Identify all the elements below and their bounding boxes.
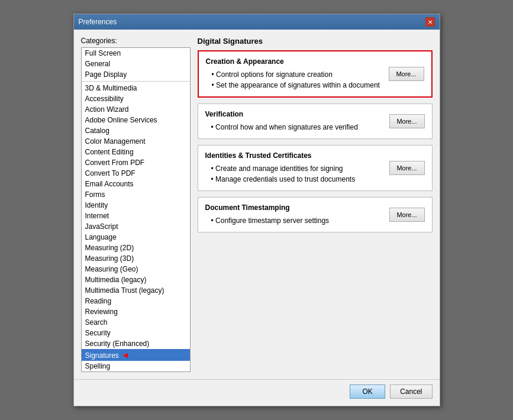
- close-button[interactable]: ✕: [425, 17, 435, 27]
- sidebar-item-page-display[interactable]: Page Display: [82, 69, 190, 80]
- more-button-verification[interactable]: More...: [389, 114, 425, 128]
- sidebar-item-3d-multimedia[interactable]: 3D & Multimedia: [82, 83, 190, 93]
- sidebar-item-security-enhanced[interactable]: Security (Enhanced): [82, 338, 190, 349]
- dialog-title: Preferences: [79, 18, 117, 26]
- sidebar-item-multimedia-legacy[interactable]: Multimedia (legacy): [82, 274, 190, 285]
- sidebar-item-measuring-2d[interactable]: Measuring (2D): [82, 243, 190, 253]
- section-document-timestamping: Document TimestampingConfigure timestamp…: [198, 197, 433, 232]
- section-item: Control how and when signatures are veri…: [211, 122, 382, 133]
- section-item: Create and manage identities for signing: [211, 163, 382, 174]
- section-item: Control options for signature creation: [212, 69, 382, 80]
- title-bar: Preferences ✕: [74, 14, 440, 30]
- section-header-identities-trusted-certs: Identities & Trusted Certificates: [205, 151, 382, 160]
- more-button-identities-trusted-certs[interactable]: More...: [389, 161, 425, 175]
- sidebar-item-javascript[interactable]: JavaScript: [82, 221, 190, 232]
- section-content-creation-appearance: Creation & AppearanceControl options for…: [206, 57, 382, 91]
- sections-container: Creation & AppearanceControl options for…: [198, 50, 433, 238]
- sidebar-item-measuring-geo[interactable]: Measuring (Geo): [82, 264, 190, 274]
- section-verification: VerificationControl how and when signatu…: [198, 104, 433, 139]
- more-button-document-timestamping[interactable]: More...: [389, 208, 425, 222]
- sidebar-item-convert-to-pdf[interactable]: Convert To PDF: [82, 168, 190, 179]
- section-creation-appearance: Creation & AppearanceControl options for…: [198, 50, 433, 98]
- sidebar-item-email-accounts[interactable]: Email Accounts: [82, 179, 190, 189]
- section-content-document-timestamping: Document TimestampingConfigure timestamp…: [205, 203, 382, 226]
- dialog-footer: OK Cancel: [74, 379, 440, 406]
- sidebar-item-action-wizard[interactable]: Action Wizard: [82, 104, 190, 115]
- sidebar-item-reading[interactable]: Reading: [82, 296, 190, 306]
- sidebar-item-language[interactable]: Language: [82, 232, 190, 243]
- sidebar-item-reviewing[interactable]: Reviewing: [82, 306, 190, 317]
- sidebar-item-internet[interactable]: Internet: [82, 211, 190, 221]
- sidebar-item-security[interactable]: Security: [82, 328, 190, 338]
- main-section-title: Digital Signatures: [198, 37, 433, 46]
- section-content-verification: VerificationControl how and when signatu…: [205, 110, 382, 133]
- ok-button[interactable]: OK: [350, 385, 385, 399]
- section-header-document-timestamping: Document Timestamping: [205, 203, 382, 212]
- sidebar-item-content-editing[interactable]: Content Editing: [82, 147, 190, 157]
- section-item: Set the appearance of signatures within …: [212, 80, 382, 91]
- right-panel: Digital Signatures Creation & Appearance…: [198, 37, 433, 372]
- section-item: Manage credentials used to trust documen…: [211, 174, 382, 185]
- sidebar-item-identity[interactable]: Identity: [82, 200, 190, 211]
- sidebar-item-general[interactable]: General: [82, 59, 190, 69]
- section-header-creation-appearance: Creation & Appearance: [206, 57, 382, 66]
- sidebar-item-accessibility[interactable]: Accessibility: [82, 93, 190, 104]
- sidebar-item-signatures[interactable]: Signatures ◄: [82, 349, 190, 361]
- preferences-dialog: Preferences ✕ Categories: Full ScreenGen…: [73, 14, 440, 406]
- sidebar-item-full-screen[interactable]: Full Screen: [82, 48, 190, 59]
- sidebar-item-convert-from-pdf[interactable]: Convert From PDF: [82, 157, 190, 168]
- sidebar-item-measuring-3d[interactable]: Measuring (3D): [82, 253, 190, 264]
- sidebar-item-spelling[interactable]: Spelling: [82, 361, 190, 371]
- section-content-identities-trusted-certs: Identities & Trusted CertificatesCreate …: [205, 151, 382, 185]
- section-identities-trusted-certs: Identities & Trusted CertificatesCreate …: [198, 145, 433, 191]
- sidebar-item-search[interactable]: Search: [82, 317, 190, 328]
- sidebar-item-catalog[interactable]: Catalog: [82, 125, 190, 136]
- dialog-body: Categories: Full ScreenGeneralPage Displ…: [74, 30, 440, 379]
- sidebar-item-adobe-online-services[interactable]: Adobe Online Services: [82, 115, 190, 125]
- left-panel: Categories: Full ScreenGeneralPage Displ…: [81, 37, 191, 372]
- sidebar-item-multimedia-trust-legacy[interactable]: Multimedia Trust (legacy): [82, 285, 190, 296]
- section-item: Configure timestamp server settings: [211, 215, 382, 226]
- section-header-verification: Verification: [205, 110, 382, 118]
- sidebar-item-forms[interactable]: Forms: [82, 189, 190, 200]
- categories-label: Categories:: [81, 37, 191, 45]
- categories-list[interactable]: Full ScreenGeneralPage Display3D & Multi…: [81, 47, 191, 372]
- sidebar-item-color-management[interactable]: Color Management: [82, 136, 190, 147]
- more-button-creation-appearance[interactable]: More...: [389, 67, 424, 81]
- cancel-button[interactable]: Cancel: [390, 385, 432, 399]
